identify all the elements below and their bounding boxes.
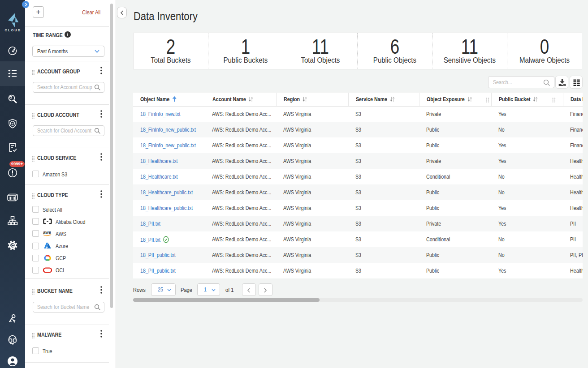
svg-text:aws: aws bbox=[43, 230, 51, 235]
